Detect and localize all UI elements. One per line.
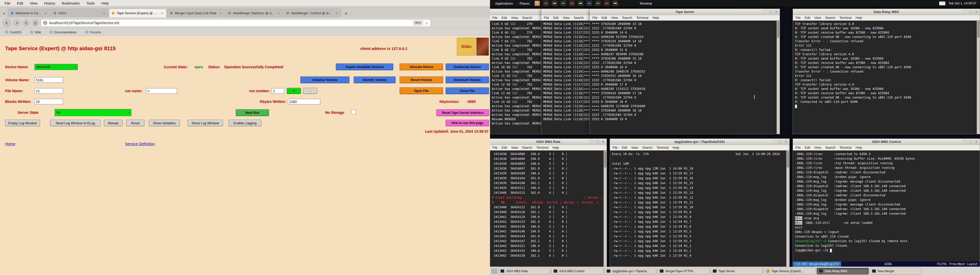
menu-search[interactable]: Search	[622, 16, 632, 20]
taskbar-item-aida-mbs-control[interactable]: AIDA MBS Control	[551, 268, 603, 275]
close-icon[interactable]: ×	[974, 10, 978, 14]
terminal-launcher-icon[interactable]	[595, 1, 600, 6]
how-to-use-this-page-button[interactable]: How to use this page	[445, 120, 489, 126]
close-icon[interactable]: ×	[784, 140, 788, 144]
workspace-switcher[interactable]	[492, 269, 497, 274]
send-log-window-to-elog-button[interactable]: Send Log Window to ELog	[50, 120, 100, 126]
menu-terminal[interactable]: Terminal	[636, 16, 648, 20]
reset-button[interactable]: Reset	[126, 120, 145, 126]
run-number-input[interactable]: 1	[272, 88, 284, 94]
menu-terminal[interactable]: Terminal	[536, 146, 548, 150]
new-tab-button[interactable]: +	[342, 9, 350, 17]
scrollbar-thumb[interactable]	[604, 151, 606, 168]
show-log-window-button[interactable]: Show Log Window	[188, 120, 223, 126]
menu-search[interactable]: Search	[522, 146, 532, 150]
url-bar[interactable]: i localhost:8115/TapeService/TapeService…	[41, 19, 431, 27]
window-titlebar[interactable]: Tape Server – □ ×	[590, 9, 780, 15]
taskbar-item-merger-tape-httpd[interactable]: Merger/Tape HTTPd	[657, 268, 710, 275]
menu-terminal[interactable]: Terminal	[839, 146, 851, 150]
home-link[interactable]: Home	[5, 142, 15, 146]
terminal-launcher-icon[interactable]	[561, 1, 566, 6]
window-titlebar[interactable]: npg@aidas-gsi:~/TapeData/5181 – □ ×	[610, 139, 789, 145]
tab-close-icon[interactable]: ×	[335, 11, 338, 15]
tab-list-icon[interactable]: ▾	[1, 9, 7, 17]
menu-file[interactable]: File	[5, 1, 11, 5]
menu-view[interactable]: View	[30, 1, 38, 5]
terminal-launcher-icon[interactable]	[570, 1, 574, 6]
tab-aida[interactable]: AIDA ×	[51, 9, 108, 17]
scrollbar[interactable]	[776, 21, 780, 134]
increment-run-button[interactable]: +	[287, 88, 301, 94]
menu-tools[interactable]: Tools	[86, 1, 95, 5]
forward-button[interactable]	[13, 19, 21, 27]
tab-close-icon[interactable]: ×	[103, 11, 105, 15]
menu-search[interactable]: Search	[574, 16, 584, 20]
menu-search[interactable]: Search	[825, 16, 835, 20]
menu-edit[interactable]: Edit	[17, 1, 23, 5]
menu-edit[interactable]: Edit	[805, 16, 810, 20]
terminal-launcher-icon[interactable]	[552, 1, 557, 6]
menu-view[interactable]: View	[611, 16, 618, 20]
file-name-input[interactable]: #1	[35, 88, 63, 94]
minimize-icon[interactable]: –	[963, 140, 967, 144]
menu-history[interactable]: History	[44, 1, 56, 5]
close-file-button[interactable]: Close File	[445, 87, 489, 94]
allocate-device-button[interactable]: Allocate Device	[400, 63, 443, 70]
menu-view[interactable]: View	[563, 16, 570, 20]
tab-welcome-centos[interactable]: Welcome to CentOS ×	[8, 9, 50, 17]
home-button[interactable]	[32, 19, 39, 27]
volume-name-input[interactable]: 5181	[35, 77, 63, 83]
reload-button[interactable]: Reload	[104, 120, 123, 126]
device-name-select[interactable]: /dev/nst0▾	[35, 64, 78, 70]
taskbar-item-data-relay-mbs[interactable]: Data Relay MBS	[817, 268, 869, 275]
no-storage-checkbox[interactable]	[351, 110, 356, 114]
bookmark-documentation[interactable]: Documentation	[50, 30, 76, 34]
menu-view[interactable]: View	[815, 16, 821, 20]
enable-logging-button[interactable]: Enable Logging	[229, 120, 261, 126]
bookmark-centos[interactable]: CentOS	[5, 30, 21, 34]
menu-terminal[interactable]: Terminal	[656, 146, 668, 150]
taskbar-item-tape-service-expert[interactable]: Tape Service (Expert) ...	[764, 268, 816, 275]
tab-close-icon[interactable]: ×	[219, 11, 222, 15]
inquire-available-devices-button[interactable]: Inquire Available Devices	[336, 63, 393, 70]
menu-bookmarks[interactable]: Bookmarks	[62, 1, 80, 5]
menu-file[interactable]: File	[592, 16, 597, 20]
next-run-button[interactable]: Next Run	[236, 109, 269, 116]
page-info-icon[interactable]: i	[43, 21, 47, 25]
taskbar-item-aida-mbs-rate[interactable]: AIDA MBS Rate	[498, 268, 550, 275]
terminal-launcher-icon[interactable]	[613, 1, 618, 6]
places-menu[interactable]: Places	[518, 2, 531, 5]
menu-edit[interactable]: Edit	[622, 146, 627, 150]
window-titlebar[interactable]: AIDA MBS Control – □ ×	[793, 139, 980, 145]
menu-edit[interactable]: Edit	[553, 16, 558, 20]
menu-help[interactable]: Help	[101, 1, 109, 5]
dismount-volume-button[interactable]: Dismount Volume	[445, 76, 489, 83]
close-icon[interactable]: ×	[974, 140, 978, 144]
blocks-written-input[interactable]: 20	[35, 99, 63, 104]
scrollbar-thumb[interactable]	[977, 21, 980, 38]
terminal-launcher-icon[interactable]	[543, 1, 549, 6]
maximize-icon[interactable]: □	[768, 10, 773, 14]
menu-edit[interactable]: Edit	[805, 146, 810, 150]
menu-search[interactable]: Search	[642, 146, 652, 150]
show-variables-button[interactable]: Show Variables	[149, 120, 180, 126]
scrollbar-thumb[interactable]	[777, 21, 780, 38]
tab-tape-service-expert[interactable]: Tape Service (Expert) @ aida ×	[109, 9, 166, 17]
terminal-launcher-icon[interactable]	[604, 1, 609, 6]
scrollbar-thumb[interactable]	[787, 151, 789, 168]
tab-close-icon[interactable]: ×	[45, 11, 47, 15]
minimize-icon[interactable]: –	[963, 10, 967, 14]
deallocate-device-button[interactable]: Deallocate Device	[445, 63, 489, 70]
firefox-launcher-icon[interactable]	[535, 1, 540, 6]
maximize-icon[interactable]: □	[969, 10, 973, 14]
window-titlebar[interactable]: AIDA MBS Rate – □ ×	[490, 139, 607, 145]
minimize-icon[interactable]: –	[590, 140, 594, 144]
tab-newmerger-control[interactable]: NewMerger: Control @ aidas ×	[283, 9, 341, 17]
menu-view[interactable]: View	[511, 16, 518, 20]
bookmark-star-icon[interactable]: ☆	[425, 21, 428, 25]
scrollbar[interactable]	[604, 151, 607, 267]
menu-file[interactable]: File	[492, 146, 497, 150]
tab-newmerger-statistics[interactable]: NewMerger Statistics @ aida ×	[225, 9, 283, 17]
open-file-button[interactable]: Open File	[400, 87, 443, 94]
menu-view[interactable]: View	[632, 146, 638, 150]
